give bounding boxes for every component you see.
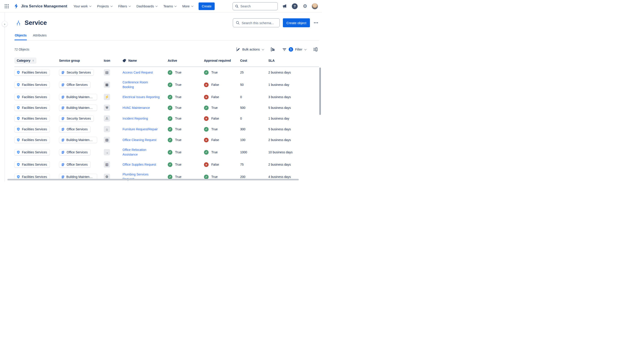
schema-search-input[interactable] <box>242 21 277 25</box>
active-status: ✓ True <box>168 138 204 142</box>
check-circle-icon: ✓ <box>168 127 172 132</box>
category-chip[interactable]: Facilities Services <box>14 82 50 88</box>
object-name-link[interactable]: Access Card Request <box>122 70 153 75</box>
sla-value: 5 business days <box>268 127 291 131</box>
documents-icon <box>61 163 65 166</box>
column-header-category[interactable]: Category ↑ <box>14 57 59 64</box>
cost-value: 25 <box>240 71 244 74</box>
category-chip[interactable]: Facilities Services <box>14 115 50 122</box>
category-chip[interactable]: Facilities Services <box>14 126 50 132</box>
tab-attributes[interactable]: Attributes <box>33 33 47 40</box>
cost-value: 1000 <box>240 150 247 154</box>
nav-item-dashboards[interactable]: Dashboards <box>136 4 157 8</box>
category-chip[interactable]: Facilities Services <box>14 94 50 100</box>
service-group-chip[interactable]: Building Maintenance <box>59 105 97 111</box>
nav-item-filters[interactable]: Filters <box>118 4 130 8</box>
category-chip[interactable]: Facilities Services <box>14 105 50 111</box>
chevron-down-icon <box>156 5 158 7</box>
column-header-cost[interactable]: Cost <box>240 59 268 62</box>
app-switcher-button[interactable] <box>3 3 10 10</box>
service-group-chip[interactable]: Security Services <box>59 115 94 122</box>
service-group-chip[interactable]: Building Maintenance <box>59 137 97 143</box>
object-graph-button[interactable] <box>269 46 276 53</box>
object-name-link[interactable]: Conference Room Booking <box>122 80 160 89</box>
shield-icon <box>16 163 20 166</box>
vertical-scrollbar[interactable] <box>319 67 321 115</box>
sort-ascending-icon: ↑ <box>32 59 34 62</box>
global-search-input[interactable] <box>240 4 275 8</box>
global-search[interactable] <box>232 2 278 10</box>
more-actions-button[interactable] <box>313 20 319 25</box>
chevron-down-icon <box>89 5 92 7</box>
incident-icon: ⚠ <box>104 115 110 122</box>
object-name-link[interactable]: Office Relocation Assistance <box>122 148 160 157</box>
approval-status: × False <box>204 116 240 121</box>
column-header-active[interactable]: Active <box>168 59 204 62</box>
app-title: Jira Service Management <box>21 4 67 8</box>
cross-circle-icon: × <box>204 138 209 142</box>
nav-item-more[interactable]: More <box>182 4 193 8</box>
brand[interactable]: Jira Service Management <box>14 3 67 9</box>
table-toolbar: 72 Objects Bulk actions <box>14 46 319 53</box>
object-name-link[interactable]: Office Supplies Request <box>122 162 156 167</box>
settings-button[interactable]: ⚙ <box>302 3 308 10</box>
object-name-link[interactable]: Furniture Request/Repair <box>122 127 158 132</box>
service-group-chip[interactable]: Office Services <box>59 82 90 88</box>
object-name-link[interactable]: Office Cleaning Request <box>122 138 156 142</box>
horizontal-scrollbar[interactable] <box>8 179 299 180</box>
service-group-chip[interactable]: Office Services <box>59 149 90 155</box>
cross-circle-icon: × <box>204 82 209 87</box>
service-group-chip[interactable]: Office Services <box>59 161 90 168</box>
create-object-button[interactable]: Create object <box>283 18 310 27</box>
user-avatar[interactable] <box>312 3 318 9</box>
sla-value: 1 business day <box>268 117 289 120</box>
column-header-approval[interactable]: Approval required <box>204 59 240 62</box>
announcements-button[interactable] <box>281 3 288 10</box>
shield-icon <box>16 175 20 179</box>
shield-icon <box>16 150 20 154</box>
help-button[interactable]: ? <box>291 3 298 10</box>
category-chip[interactable]: Facilities Services <box>14 161 50 168</box>
details-panel-toggle[interactable] <box>312 46 319 53</box>
check-circle-icon: ✓ <box>168 175 172 179</box>
approval-status: × False <box>204 95 240 99</box>
object-name-link[interactable]: HVAC Maintenance <box>122 105 150 110</box>
category-chip[interactable]: Facilities Services <box>14 69 50 75</box>
create-button[interactable]: Create <box>198 2 215 10</box>
nav-item-projects[interactable]: Projects <box>97 4 112 8</box>
shield-icon <box>16 117 20 120</box>
filter-button[interactable]: 1 Filter <box>282 47 306 52</box>
expand-sidebar-button[interactable]: › <box>2 21 8 27</box>
shield-icon <box>16 71 20 74</box>
column-header-icon[interactable]: Icon <box>104 59 122 62</box>
tab-objects[interactable]: Objects <box>14 33 27 40</box>
bulk-actions-button[interactable]: Bulk actions <box>236 47 264 52</box>
documents-icon <box>61 71 65 74</box>
cross-circle-icon: × <box>204 116 209 121</box>
documents-icon <box>61 106 64 109</box>
service-group-chip[interactable]: Security Services <box>59 69 94 75</box>
nav-item-teams[interactable]: Teams <box>163 4 176 8</box>
relocation-icon: → <box>104 149 110 155</box>
table-row: Facilities Services <box>14 102 319 113</box>
object-name-link[interactable]: Incident Reporting <box>122 116 148 121</box>
main-menu: Your work Projects Filters Dashboards Te… <box>73 4 193 8</box>
check-circle-icon: ✓ <box>168 95 172 99</box>
check-circle-icon: ✓ <box>204 70 209 75</box>
table-row: Facilities Services <box>14 145 319 159</box>
table-header-row: Category ↑ Service group Icon <box>14 57 319 67</box>
table-row: Facilities Services <box>14 124 319 135</box>
service-group-chip[interactable]: Office Services <box>59 126 90 132</box>
category-chip[interactable]: Facilities Services <box>14 137 50 143</box>
schema-search[interactable] <box>233 18 280 27</box>
service-group-chip[interactable]: Building Maintenance <box>59 94 97 100</box>
object-name-link[interactable]: Electrical Issues Reporting <box>122 95 160 99</box>
cost-value: 300 <box>240 127 245 131</box>
category-chip[interactable]: Facilities Services <box>14 149 50 155</box>
column-header-sla[interactable]: SLA <box>268 59 319 62</box>
shield-icon <box>16 95 20 99</box>
column-header-service-group[interactable]: Service group <box>59 59 104 62</box>
jira-logo-icon <box>14 3 19 9</box>
column-header-name[interactable]: Name <box>122 59 168 63</box>
nav-item-your-work[interactable]: Your work <box>73 4 91 8</box>
